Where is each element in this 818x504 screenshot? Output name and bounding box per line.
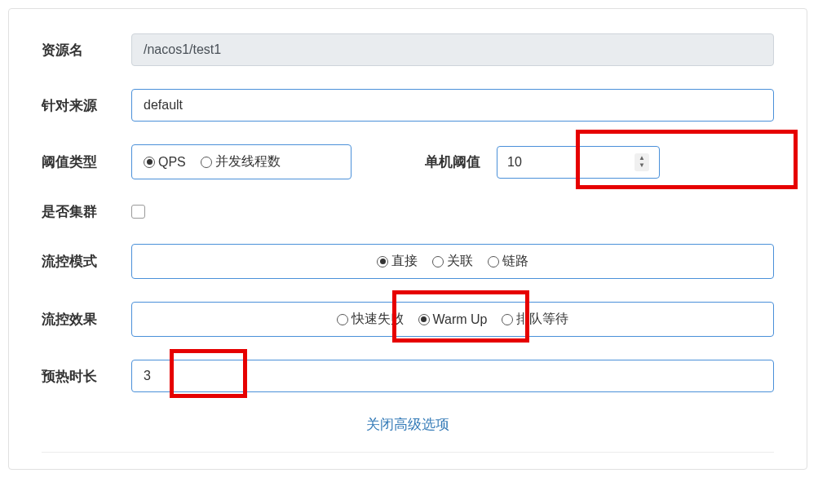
chevron-down-icon: ▼	[639, 162, 645, 169]
radio-icon	[432, 256, 444, 267]
label-cluster: 是否集群	[42, 202, 131, 221]
radio-mode-relate[interactable]: 关联	[432, 253, 473, 270]
radio-label-qps: QPS	[158, 155, 186, 170]
radio-label-threads: 并发线程数	[215, 153, 281, 170]
control-flow-effect: 快速失败 Warm Up 排队等待	[131, 302, 774, 337]
radio-icon	[502, 314, 513, 325]
radio-icon	[377, 256, 388, 267]
row-source: 针对来源	[42, 89, 774, 122]
radio-icon	[144, 157, 155, 168]
control-resource-name: /nacos1/test1	[131, 33, 774, 66]
row-flow-effect: 流控效果 快速失败 Warm Up 排队等待	[42, 302, 774, 337]
label-resource-name: 资源名	[42, 41, 131, 60]
radio-effect-warmup[interactable]: Warm Up	[418, 312, 488, 327]
row-warmup-duration: 预热时长	[42, 360, 774, 392]
radio-icon	[337, 314, 348, 325]
control-source	[131, 89, 774, 122]
label-flow-effect: 流控效果	[42, 310, 131, 329]
radio-label-queue: 排队等待	[516, 311, 568, 328]
radio-label-chain: 链路	[502, 253, 528, 270]
row-threshold: 阈值类型 QPS 并发线程数 单机阈值 10 ▲ ▼	[42, 144, 774, 179]
label-source: 针对来源	[42, 96, 131, 115]
divider	[42, 452, 774, 453]
advanced-link-row: 关闭高级选项	[42, 415, 774, 434]
input-single-threshold[interactable]: 10 ▲ ▼	[497, 146, 660, 179]
row-resource-name: 资源名 /nacos1/test1	[42, 33, 774, 66]
radio-icon	[418, 314, 430, 325]
close-advanced-link[interactable]: 关闭高级选项	[366, 417, 449, 432]
radio-label-direct: 直接	[391, 253, 418, 270]
radio-label-warmup: Warm Up	[433, 312, 488, 327]
row-cluster: 是否集群	[42, 202, 774, 221]
input-resource-name: /nacos1/test1	[131, 33, 774, 66]
radio-effect-queue[interactable]: 排队等待	[502, 311, 568, 328]
label-warmup-duration: 预热时长	[42, 367, 131, 386]
radio-icon	[488, 256, 499, 267]
checkbox-cluster[interactable]	[131, 205, 145, 219]
radio-mode-chain[interactable]: 链路	[488, 253, 528, 270]
radio-icon	[201, 157, 212, 168]
label-single-threshold: 单机阈值	[425, 153, 480, 171]
control-warmup-duration	[131, 360, 774, 392]
row-flow-mode: 流控模式 直接 关联 链路	[42, 244, 774, 279]
radio-label-failfast: 快速失败	[352, 311, 404, 328]
chevron-up-icon: ▲	[639, 155, 645, 161]
label-threshold-type: 阈值类型	[42, 153, 131, 171]
radio-label-relate: 关联	[447, 253, 473, 270]
radio-mode-direct[interactable]: 直接	[377, 253, 418, 270]
input-warmup-duration[interactable]	[131, 360, 774, 392]
radio-threads[interactable]: 并发线程数	[201, 153, 281, 170]
input-source[interactable]	[131, 89, 774, 122]
spinner-icon[interactable]: ▲ ▼	[635, 153, 649, 171]
control-flow-mode: 直接 关联 链路	[131, 244, 774, 279]
control-threshold: QPS 并发线程数 单机阈值 10 ▲ ▼	[131, 144, 774, 179]
flow-control-form: 资源名 /nacos1/test1 针对来源 阈值类型 QPS 并发线程数	[8, 8, 807, 470]
radio-group-threshold-type: QPS 并发线程数	[131, 144, 352, 179]
radio-group-flow-effect: 快速失败 Warm Up 排队等待	[131, 302, 774, 337]
radio-qps[interactable]: QPS	[144, 155, 186, 170]
value-single-threshold: 10	[507, 155, 522, 170]
label-flow-mode: 流控模式	[42, 252, 131, 271]
control-cluster	[131, 205, 774, 219]
radio-effect-failfast[interactable]: 快速失败	[337, 311, 404, 328]
radio-group-flow-mode: 直接 关联 链路	[131, 244, 774, 279]
